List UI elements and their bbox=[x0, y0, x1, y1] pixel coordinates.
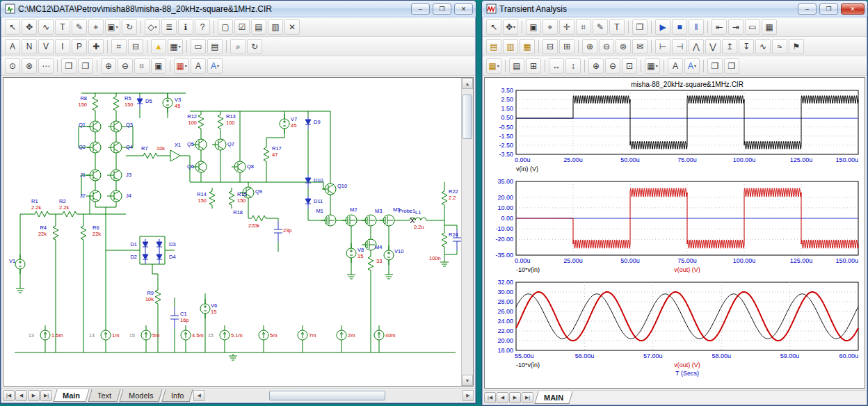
exit-mode-icon[interactable]: ✕ bbox=[284, 19, 300, 35]
font-style-icon[interactable]: A bbox=[191, 58, 206, 74]
properties-icon[interactable]: ▤ bbox=[486, 39, 501, 54]
last-page-button[interactable]: ▶| bbox=[40, 390, 52, 401]
copy-page-icon[interactable]: ❐ bbox=[78, 58, 93, 74]
data-points-toggle-icon[interactable]: ▭ bbox=[745, 19, 760, 35]
warning-triangle-icon[interactable]: ▲ bbox=[151, 39, 166, 54]
tag-mode-icon[interactable]: ⚑ bbox=[789, 39, 804, 54]
vertical-scroll-track[interactable] bbox=[462, 89, 473, 375]
global-high-icon[interactable]: ↥ bbox=[722, 39, 737, 54]
bus-mode-icon[interactable]: ≣ bbox=[161, 19, 177, 35]
close-button[interactable]: ✕ bbox=[454, 3, 473, 15]
node-voltages-icon[interactable]: V bbox=[38, 39, 54, 54]
info-mode-icon[interactable]: ℹ bbox=[178, 19, 193, 35]
region-enable-icon[interactable]: ▢ bbox=[218, 19, 233, 35]
wire-mode-icon[interactable]: ∿ bbox=[38, 19, 54, 35]
palette-icon[interactable]: ▦▾ bbox=[486, 58, 501, 74]
delete-waveform-icon[interactable]: ▦ bbox=[520, 39, 535, 54]
next-page-button[interactable]: ▶ bbox=[28, 390, 40, 401]
clip-mode-icon[interactable]: ⊟ bbox=[128, 39, 143, 54]
copy-back-icon[interactable]: ❐ bbox=[724, 58, 739, 74]
probe-marker[interactable] bbox=[410, 218, 415, 223]
zoom-in-icon[interactable]: ⊕ bbox=[582, 39, 597, 54]
format-values-icon[interactable]: ▤ bbox=[509, 58, 524, 74]
schematic-horizontal-scrollbar[interactable]: ◀ ▶ bbox=[193, 390, 474, 401]
text-mode-icon[interactable]: T bbox=[55, 19, 70, 35]
horizontal-axis-icon[interactable]: ↔ bbox=[549, 58, 564, 74]
zoom-out-icon[interactable]: ⊖ bbox=[599, 39, 614, 54]
copy-front-icon[interactable]: ❐ bbox=[707, 58, 723, 74]
pan-tool-icon[interactable]: ✥ bbox=[22, 19, 37, 35]
tab-main[interactable]: Main bbox=[53, 389, 89, 402]
rotate-tool-icon[interactable]: ↻ bbox=[122, 19, 137, 35]
measure-mode-icon[interactable]: ⌗ bbox=[576, 19, 591, 35]
copy-graph-icon[interactable]: ❐ bbox=[632, 19, 648, 35]
first-page-button[interactable]: |◀ bbox=[484, 392, 496, 403]
back-button-icon[interactable]: ⊙ bbox=[5, 58, 20, 74]
stop-button-icon[interactable]: ■ bbox=[672, 19, 687, 35]
horizontal-scroll-track[interactable] bbox=[204, 390, 463, 401]
schematic-canvas[interactable]: V1R12.2kR22.2kR422kR622kR8150R5150Q1Q3Q2… bbox=[3, 78, 461, 387]
font-style-icon[interactable]: A bbox=[668, 58, 683, 74]
cursor-left-icon[interactable]: ⇤ bbox=[712, 19, 727, 35]
numeric-display-icon[interactable]: ⊞ bbox=[526, 58, 541, 74]
annotate-mode-icon[interactable]: ✎ bbox=[593, 19, 608, 35]
scroll-up-icon[interactable]: ▲ bbox=[462, 78, 473, 89]
page-mode-icon[interactable]: ▥ bbox=[268, 19, 283, 35]
minimize-button[interactable]: – bbox=[411, 3, 430, 15]
select-tool-icon[interactable]: ↖ bbox=[5, 19, 20, 35]
title-block-toggle-icon[interactable]: ▤ bbox=[207, 39, 223, 54]
pause-button-icon[interactable]: ‖ bbox=[689, 19, 704, 35]
color-grid-icon[interactable]: ▦▾ bbox=[174, 58, 189, 74]
sheet-mode-icon[interactable]: ▤ bbox=[251, 19, 266, 35]
restore-button[interactable]: ❐ bbox=[433, 3, 451, 15]
check-mode-icon[interactable]: ☑ bbox=[234, 19, 250, 35]
font-color-icon[interactable]: A▾ bbox=[684, 58, 700, 74]
font-color-icon[interactable]: A▾ bbox=[207, 58, 223, 74]
send-mail-icon[interactable]: ✉ bbox=[632, 39, 648, 54]
close-button[interactable]: ✕ bbox=[841, 3, 865, 15]
split-vertical-icon[interactable]: ⊞ bbox=[559, 39, 574, 54]
global-low-icon[interactable]: ↧ bbox=[739, 39, 754, 54]
zoom-fit-icon[interactable]: ⊚ bbox=[616, 39, 631, 54]
zoom-in-icon[interactable]: ⊕ bbox=[588, 58, 604, 74]
cursor-right-icon[interactable]: ⇥ bbox=[728, 19, 744, 35]
pan-tool-icon[interactable]: ✥▾ bbox=[503, 19, 518, 35]
tracker-mode-icon[interactable]: ✛ bbox=[559, 19, 574, 35]
tab-main[interactable]: MAIN bbox=[534, 391, 572, 404]
snapshot-icon[interactable]: ▣ bbox=[151, 58, 166, 74]
text-mode-icon[interactable]: T bbox=[609, 19, 625, 35]
border-toggle-icon[interactable]: ▭ bbox=[191, 39, 206, 54]
power-display-icon[interactable]: P bbox=[72, 39, 87, 54]
scroll-left-icon[interactable]: ◀ bbox=[193, 390, 204, 401]
ruler-toggle-icon[interactable]: ▦ bbox=[762, 19, 777, 35]
horizontal-scroll-thumb[interactable] bbox=[269, 391, 385, 400]
zoom-area-icon[interactable]: ⌗ bbox=[134, 58, 150, 74]
analysis-plot-area[interactable]: misha-88_20kHz-square&1MHz.CIR0.00u25.00… bbox=[484, 77, 865, 389]
zoom-window-icon[interactable]: ▣ bbox=[526, 19, 541, 35]
schematic-vertical-scrollbar[interactable]: ▲ ▼ bbox=[461, 78, 473, 386]
schematic-titlebar[interactable]: C:\MC12\DATA\Petrov\misha88\misha-88_20k… bbox=[1, 1, 476, 17]
prev-page-button[interactable]: ◀ bbox=[15, 390, 27, 401]
select-tool-icon[interactable]: ↖ bbox=[486, 19, 501, 35]
probe-tool-icon[interactable]: ⌖ bbox=[88, 19, 104, 35]
peak-finder-icon[interactable]: ⋀ bbox=[689, 39, 704, 54]
envelope-tool-icon[interactable]: ≈ bbox=[772, 39, 787, 54]
next-page-button[interactable]: ▶ bbox=[509, 392, 521, 403]
grid-options-icon[interactable]: ▦▾ bbox=[645, 58, 660, 74]
picture-mode-icon[interactable]: ▣▾ bbox=[105, 19, 120, 35]
branch-currents-icon[interactable]: I bbox=[55, 39, 70, 54]
attribute-text-icon[interactable]: A bbox=[5, 39, 20, 54]
zoom-out-icon[interactable]: ⊖ bbox=[605, 58, 620, 74]
help-mode-icon[interactable]: ? bbox=[195, 19, 210, 35]
grid-toggle-icon[interactable]: ▦▾ bbox=[168, 39, 183, 54]
pin-connections-icon[interactable]: ✚ bbox=[88, 39, 104, 54]
run-button-icon[interactable]: ▶ bbox=[655, 19, 670, 35]
analysis-titlebar[interactable]: Transient Analysis – ❐ ✕ bbox=[482, 1, 867, 17]
more-options-icon[interactable]: ⋯ bbox=[38, 58, 54, 74]
tab-info[interactable]: Info bbox=[161, 389, 193, 402]
last-page-button[interactable]: ▶| bbox=[522, 392, 533, 403]
tab-models[interactable]: Models bbox=[120, 389, 163, 402]
split-horizontal-icon[interactable]: ⊟ bbox=[542, 39, 558, 54]
tab-text[interactable]: Text bbox=[88, 389, 120, 402]
valley-finder-icon[interactable]: ⋁ bbox=[705, 39, 721, 54]
